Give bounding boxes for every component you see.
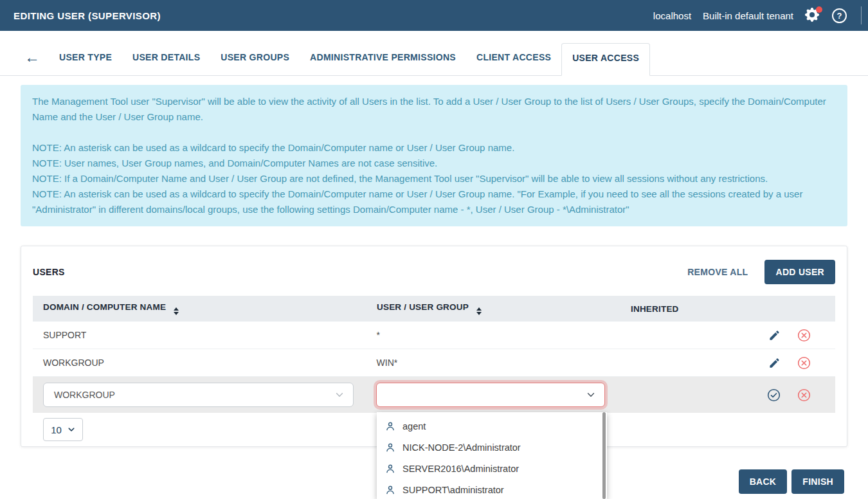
chevron-down-icon: [586, 390, 595, 399]
dropdown-item[interactable]: NICK-NODE-2\Administrator: [377, 437, 607, 458]
edit-icon[interactable]: [768, 357, 781, 369]
info-paragraph: The Management Tool user "Supervisor" wi…: [32, 94, 836, 125]
sort-icon: [476, 307, 482, 315]
tenant-selector[interactable]: Built-in default tenant: [703, 10, 793, 21]
app-root: EDITING USER (SUPERVISOR) localhost Buil…: [0, 0, 868, 499]
dropdown-item[interactable]: SERVER2016\Administrator: [377, 458, 607, 479]
dropdown-item[interactable]: SUPPORT\administrator: [377, 479, 607, 499]
column-header-domain[interactable]: DOMAIN / COMPUTER NAME: [33, 302, 377, 315]
dropdown-item-label: NICK-NODE-2\Administrator: [402, 442, 521, 453]
page-title: EDITING USER (SUPERVISOR): [14, 10, 161, 21]
column-header-user[interactable]: USER / USER GROUP: [377, 302, 631, 315]
info-note: NOTE: An asterisk can be used as a wildc…: [32, 140, 836, 156]
table-row: SUPPORT *: [33, 322, 835, 349]
dropdown-item-label: agent: [402, 421, 426, 431]
info-spacer: [32, 125, 836, 140]
tab-client-access[interactable]: CLIENT ACCESS: [466, 52, 561, 75]
chevron-down-icon: [335, 390, 344, 399]
cell-actions: [768, 356, 835, 370]
cell-domain: SUPPORT: [33, 330, 377, 340]
column-label: INHERITED: [631, 304, 679, 314]
column-label: USER / USER GROUP: [377, 302, 469, 312]
sort-icon: [174, 307, 179, 315]
tab-administrative-permissions[interactable]: ADMINISTRATIVE PERMISSIONS: [300, 52, 466, 75]
person-icon: [385, 442, 395, 453]
chevron-down-icon: [68, 426, 75, 433]
host-label: localhost: [653, 10, 691, 21]
settings-button[interactable]: [805, 8, 820, 23]
header-divider: [861, 6, 862, 24]
cell-user: WIN*: [377, 358, 631, 368]
dropdown-item[interactable]: agent: [377, 415, 607, 437]
panel-title: USERS: [33, 267, 65, 277]
delete-icon[interactable]: [797, 356, 811, 370]
back-button[interactable]: BACK: [739, 469, 788, 494]
tab-user-access[interactable]: USER ACCESS: [561, 43, 650, 76]
info-note: NOTE: An asterisk can be used as a wildc…: [32, 186, 836, 217]
dropdown-scrollbar[interactable]: [602, 412, 606, 499]
cell-domain-edit: WORKGROUP: [33, 383, 376, 407]
tab-bar: ← USER TYPE USER DETAILS USER GROUPS ADM…: [0, 31, 868, 76]
cell-domain: WORKGROUP: [33, 358, 377, 368]
tab-user-groups[interactable]: USER GROUPS: [210, 52, 300, 75]
cell-actions: [768, 329, 835, 342]
table-row-editing: WORKGROUP: [33, 377, 835, 413]
info-note: NOTE: If a Domain/Computer Name and User…: [32, 171, 836, 186]
users-table: DOMAIN / COMPUTER NAME USER / USER GROUP…: [33, 296, 835, 413]
delete-icon[interactable]: [797, 388, 811, 402]
cell-user-edit: [376, 383, 629, 407]
confirm-icon[interactable]: [767, 388, 781, 402]
add-user-button[interactable]: ADD USER: [764, 260, 835, 284]
panel-actions: REMOVE ALL ADD USER: [687, 260, 835, 284]
remove-all-button[interactable]: REMOVE ALL: [687, 267, 748, 277]
header-right: localhost Built-in default tenant ?: [653, 6, 862, 24]
cell-actions: [767, 388, 835, 402]
help-button[interactable]: ?: [832, 8, 847, 23]
page-size-select[interactable]: 10: [43, 418, 83, 441]
column-label: DOMAIN / COMPUTER NAME: [43, 302, 166, 312]
delete-icon[interactable]: [797, 329, 811, 342]
users-panel-header: USERS REMOVE ALL ADD USER: [21, 246, 847, 296]
edit-icon[interactable]: [768, 329, 781, 341]
page-size-value: 10: [51, 424, 62, 435]
person-icon: [385, 485, 395, 495]
domain-select[interactable]: WORKGROUP: [43, 383, 354, 407]
back-arrow-icon[interactable]: ←: [24, 50, 40, 65]
person-icon: [385, 421, 395, 431]
user-select[interactable]: [376, 383, 605, 407]
notification-dot: [816, 6, 822, 13]
top-header: EDITING USER (SUPERVISOR) localhost Buil…: [0, 0, 868, 31]
info-note: NOTE: User names, User Group names, and …: [32, 156, 836, 171]
person-icon: [385, 464, 395, 474]
help-icon: ?: [837, 11, 842, 21]
dropdown-list: agent NICK-NODE-2\Administrator SERVER20…: [377, 412, 607, 499]
finish-button[interactable]: FINISH: [791, 469, 844, 494]
tab-user-details[interactable]: USER DETAILS: [122, 52, 210, 75]
dropdown-item-label: SERVER2016\Administrator: [402, 464, 519, 474]
tab-user-type[interactable]: USER TYPE: [49, 52, 122, 75]
column-header-inherited: INHERITED: [631, 304, 769, 314]
domain-select-value: WORKGROUP: [54, 390, 115, 400]
info-box: The Management Tool user "Supervisor" wi…: [21, 85, 847, 226]
table-row: WORKGROUP WIN*: [33, 349, 835, 377]
table-header-row: DOMAIN / COMPUTER NAME USER / USER GROUP…: [33, 296, 835, 322]
user-dropdown-menu: agent NICK-NODE-2\Administrator SERVER20…: [377, 412, 607, 499]
dropdown-item-label: SUPPORT\administrator: [402, 485, 504, 495]
cell-user: *: [377, 330, 631, 340]
